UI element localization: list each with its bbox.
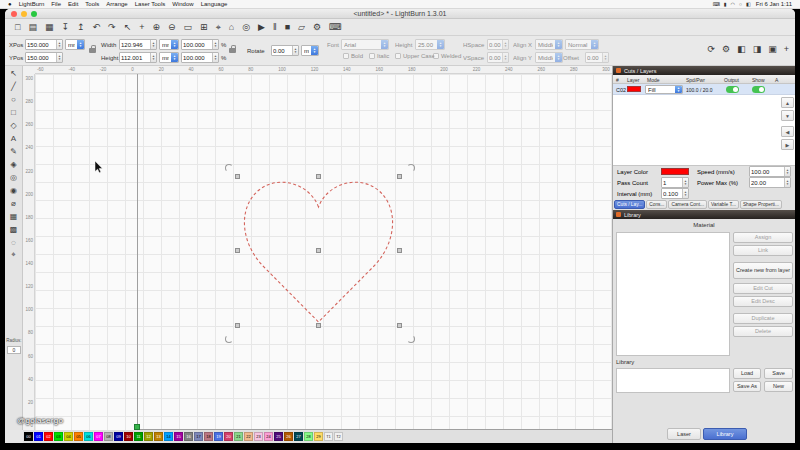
font-select-arrows[interactable] bbox=[381, 40, 388, 49]
palette-color[interactable]: 21 bbox=[234, 432, 243, 441]
start-icon[interactable]: ▶ bbox=[258, 22, 265, 32]
assign-button[interactable]: Assign bbox=[733, 232, 793, 243]
text-style-select[interactable]: Normal bbox=[565, 39, 599, 50]
layer-mode-select[interactable]: Fill bbox=[645, 85, 683, 94]
circular-array-tool[interactable]: ▩ bbox=[7, 224, 21, 234]
export-icon[interactable]: ↥ bbox=[77, 22, 85, 32]
height-unit-arrows[interactable] bbox=[171, 53, 178, 62]
palette-color[interactable]: 09 bbox=[114, 432, 123, 441]
collapse-panel-button[interactable]: ◀ bbox=[781, 126, 794, 137]
font-height-select[interactable]: 25.00 bbox=[415, 39, 445, 50]
width-percent-stepper[interactable] bbox=[212, 40, 218, 49]
grid-snap-icon[interactable]: ⊞ bbox=[200, 22, 208, 32]
hspace-stepper[interactable] bbox=[502, 40, 508, 49]
palette-color[interactable]: T2 bbox=[334, 432, 343, 441]
palette-color[interactable]: 06 bbox=[84, 432, 93, 441]
trace-image-tool[interactable]: ◌ bbox=[7, 237, 21, 247]
font-height-arrows[interactable] bbox=[437, 40, 444, 49]
height-percent-stepper[interactable] bbox=[212, 53, 218, 62]
xpos-field[interactable] bbox=[25, 39, 63, 50]
frame-icon[interactable]: ▱ bbox=[298, 22, 305, 32]
selection-handle-top-middle[interactable] bbox=[316, 174, 321, 179]
new-button[interactable]: New bbox=[764, 381, 793, 392]
laser-position-icon[interactable]: ⌖ bbox=[216, 22, 221, 33]
selection-handle-middle-right[interactable] bbox=[397, 248, 402, 253]
control-center-icon[interactable]: ◧ bbox=[746, 1, 751, 7]
welded-checkbox[interactable]: Welded bbox=[433, 53, 461, 59]
palette-color[interactable]: 20 bbox=[224, 432, 233, 441]
shape-props-tool[interactable]: ◈ bbox=[7, 159, 21, 169]
palette-color[interactable]: 28 bbox=[304, 432, 313, 441]
uppercase-checkbox-box[interactable] bbox=[395, 53, 401, 59]
selection-handle-bottom-middle[interactable] bbox=[316, 323, 321, 328]
undo-icon[interactable]: ↶ bbox=[93, 22, 101, 32]
select-tool[interactable]: ↖ bbox=[7, 68, 21, 78]
edit-cut-button[interactable]: Edit Cut bbox=[733, 283, 793, 294]
battery-icon[interactable]: ▮ bbox=[724, 1, 727, 7]
menu-item[interactable]: Edit bbox=[68, 1, 78, 7]
tab-cuts-layers[interactable]: Cuts / Lay... bbox=[614, 200, 645, 209]
welded-checkbox-box[interactable] bbox=[433, 53, 439, 59]
zoom-out-icon[interactable]: ⊖ bbox=[168, 22, 176, 32]
vspace-field[interactable] bbox=[487, 52, 509, 63]
move-layer-down-button[interactable]: ▼ bbox=[781, 110, 794, 121]
frame-view-icon[interactable]: ▭ bbox=[184, 22, 193, 32]
vspace-stepper[interactable] bbox=[502, 53, 508, 62]
xpos-stepper[interactable] bbox=[56, 40, 62, 49]
palette-color[interactable]: 01 bbox=[34, 432, 43, 441]
width-unit-arrows[interactable] bbox=[171, 40, 178, 49]
save-button[interactable]: Save bbox=[764, 368, 793, 379]
palette-color[interactable]: 13 bbox=[154, 432, 163, 441]
interval-field[interactable] bbox=[661, 188, 689, 199]
italic-checkbox[interactable]: Italic bbox=[369, 53, 389, 59]
tab-camera-control[interactable]: Camera Cont... bbox=[668, 200, 707, 209]
text-tool[interactable]: A bbox=[7, 133, 21, 143]
library-list[interactable] bbox=[616, 368, 730, 393]
output-toggle[interactable] bbox=[726, 86, 739, 93]
radius-input[interactable]: 0 bbox=[7, 346, 21, 354]
palette-color[interactable]: 29 bbox=[314, 432, 323, 441]
refresh-devices-icon[interactable]: ⟳ bbox=[708, 44, 716, 54]
material-list[interactable] bbox=[616, 232, 730, 356]
layer-list-area[interactable] bbox=[613, 95, 795, 166]
menu-item[interactable]: LightBurn bbox=[19, 1, 45, 7]
layer-mode-arrows[interactable] bbox=[675, 86, 682, 93]
settings-icon[interactable]: ⚙ bbox=[313, 22, 321, 32]
power-max-field[interactable] bbox=[749, 177, 791, 188]
edit-desc-button[interactable]: Edit Desc bbox=[733, 296, 793, 307]
palette-color[interactable]: 24 bbox=[264, 432, 273, 441]
tab-library[interactable]: Library bbox=[703, 428, 747, 440]
selection-handle-top-right[interactable] bbox=[397, 174, 402, 179]
speed-input[interactable] bbox=[750, 167, 784, 176]
position-lock-icon[interactable] bbox=[89, 48, 96, 53]
palette-color[interactable]: T1 bbox=[324, 432, 333, 441]
palette-color[interactable]: 16 bbox=[184, 432, 193, 441]
save-as-button[interactable]: Save As bbox=[733, 381, 761, 392]
width-percent-input[interactable] bbox=[182, 40, 212, 49]
menu-item[interactable]: Language bbox=[201, 1, 228, 7]
bold-checkbox[interactable]: Bold bbox=[343, 53, 363, 59]
set-origin-icon[interactable]: ◎ bbox=[242, 22, 250, 32]
alignx-arrows[interactable] bbox=[555, 40, 562, 49]
apple-menu[interactable]: ● bbox=[8, 1, 12, 7]
height-input[interactable] bbox=[120, 53, 150, 62]
palette-color[interactable]: 12 bbox=[144, 432, 153, 441]
pause-icon[interactable]: ‖ bbox=[273, 22, 277, 32]
rect-tool[interactable]: □ bbox=[7, 107, 21, 117]
menu-item[interactable]: Laser Tools bbox=[135, 1, 166, 7]
add-tab-icon[interactable]: + bbox=[784, 44, 789, 54]
pass-count-stepper[interactable] bbox=[682, 178, 688, 187]
rotate-input[interactable] bbox=[272, 46, 292, 55]
rotate-handle-bottom-right[interactable] bbox=[407, 335, 415, 343]
palette-color[interactable]: 10 bbox=[124, 432, 133, 441]
menu-item[interactable]: Window bbox=[172, 1, 193, 7]
pass-count-input[interactable] bbox=[662, 178, 682, 187]
palette-color[interactable]: 00 bbox=[24, 432, 33, 441]
alignx-select[interactable]: Middle bbox=[535, 39, 563, 50]
rotate-handle-top-left[interactable] bbox=[225, 164, 233, 172]
palette-color[interactable]: 03 bbox=[54, 432, 63, 441]
device-settings-icon[interactable]: ⌨ bbox=[329, 22, 342, 32]
palette-color[interactable]: 08 bbox=[104, 432, 113, 441]
tab-laser[interactable]: Laser bbox=[667, 428, 701, 440]
create-new-from-layer-button[interactable]: Create new from layer bbox=[733, 262, 793, 279]
